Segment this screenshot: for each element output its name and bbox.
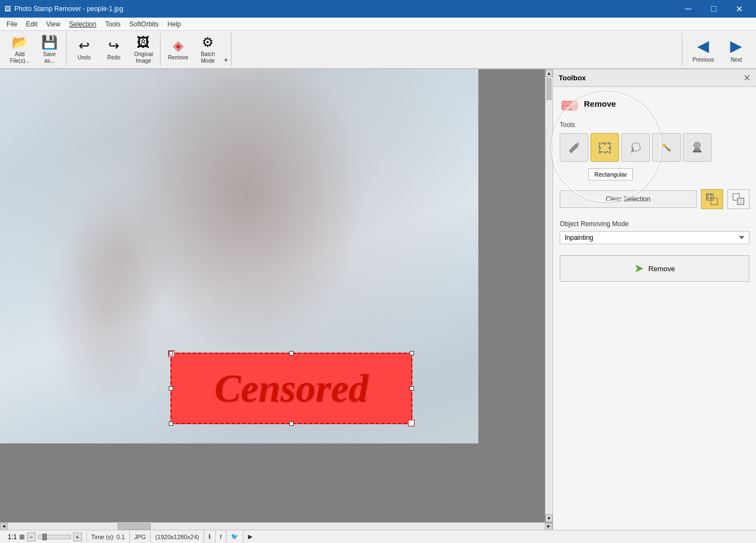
- nav-buttons: ◀ Previous ▶ Next: [682, 33, 753, 66]
- batch-mode-label: BatchMode: [201, 51, 215, 64]
- next-label: Next: [731, 57, 742, 63]
- selection-subtract-button[interactable]: [727, 189, 749, 209]
- svg-rect-1: [572, 101, 577, 110]
- save-as-button[interactable]: 💾 Saveas...: [35, 34, 64, 65]
- format-status: JPG: [130, 530, 151, 543]
- batch-mode-button[interactable]: ⚙ BatchMode: [194, 34, 222, 65]
- svg-rect-16: [707, 194, 709, 196]
- handle-tr[interactable]: [410, 351, 414, 355]
- object-removing-mode-select[interactable]: Inpainting Smart Fill Texture Synthesis: [560, 231, 749, 244]
- share-facebook-button[interactable]: f: [216, 530, 227, 543]
- magic-wand-tool-button[interactable]: [652, 133, 681, 162]
- zoom-slider-thumb[interactable]: [42, 534, 47, 540]
- toolbox-title-row: Toolbox: [559, 74, 586, 82]
- handle-bm[interactable]: [289, 421, 294, 426]
- scroll-down-button[interactable]: ▼: [545, 514, 553, 522]
- menu-help[interactable]: Help: [163, 19, 186, 29]
- hscroll-thumb[interactable]: [118, 523, 151, 530]
- share-youtube-button[interactable]: ▶: [244, 530, 257, 543]
- tools-section-label: Tools: [560, 121, 749, 129]
- next-button[interactable]: ▶ Next: [720, 34, 753, 65]
- zoom-controls: 1:1 ⊞ − +: [3, 533, 87, 541]
- minimize-button[interactable]: ─: [676, 0, 701, 18]
- redo-button[interactable]: ↪ Redo: [100, 34, 128, 65]
- tool-tooltip: Rectangular: [588, 168, 633, 180]
- redo-icon: ↪: [108, 38, 119, 53]
- hscroll-right-button[interactable]: ►: [545, 523, 553, 530]
- remove-arrow-icon: ➤: [634, 261, 644, 276]
- stamp-tool-button[interactable]: [683, 133, 711, 162]
- share-twitter-button[interactable]: 🐦: [227, 530, 244, 543]
- handle-tl[interactable]: [169, 351, 173, 355]
- clear-selection-button[interactable]: Clear Selection: [560, 190, 697, 208]
- undo-button[interactable]: ↩ Undo: [70, 34, 98, 65]
- svg-rect-7: [609, 147, 611, 149]
- main-content: Censored ▲: [0, 69, 756, 530]
- menu-softorbits[interactable]: SoftOrbits: [125, 19, 163, 29]
- handle-mr[interactable]: [410, 386, 414, 391]
- remove-action-label: Remove: [648, 265, 675, 273]
- title-bar-controls: ─ □ ✕: [676, 0, 752, 18]
- save-as-icon: 💾: [41, 35, 58, 50]
- menu-tools[interactable]: Tools: [101, 19, 125, 29]
- close-button[interactable]: ✕: [726, 0, 752, 18]
- original-image-button[interactable]: 🖼 OriginalImage: [129, 34, 158, 65]
- object-removing-mode-section: Object Removing Mode Inpainting Smart Fi…: [560, 220, 749, 244]
- zoom-minus-button[interactable]: −: [27, 533, 36, 541]
- image-photo: Censored: [0, 69, 478, 443]
- scroll-track[interactable]: [545, 77, 553, 514]
- menu-edit[interactable]: Edit: [21, 19, 42, 29]
- title-bar: 🖼 Photo Stamp Remover - people-1.jpg ─ □…: [0, 0, 756, 18]
- toolbar-remove-group: ◈ Remove ⚙ BatchMode ▼: [162, 33, 231, 66]
- maximize-button[interactable]: □: [701, 0, 726, 18]
- object-removing-mode-label: Object Removing Mode: [560, 220, 749, 228]
- horizontal-scrollbar[interactable]: ◄ ►: [0, 522, 553, 530]
- hscroll-left-button[interactable]: ◄: [0, 523, 8, 530]
- toolbar: 📂 AddFile(s)... 💾 Saveas... ↩ Undo ↪ Red…: [0, 31, 756, 69]
- toolbar-file-group: 📂 AddFile(s)... 💾 Saveas...: [3, 33, 67, 66]
- toolbox-body: Remove Tools: [553, 87, 756, 530]
- redo-label: Redo: [107, 54, 120, 61]
- handle-tm[interactable]: [289, 351, 294, 355]
- selection-box[interactable]: [170, 353, 412, 424]
- eraser-icon: [560, 94, 580, 113]
- next-icon: ▶: [730, 37, 742, 55]
- handle-bl[interactable]: [169, 421, 173, 426]
- remove-action-button[interactable]: ➤ Remove: [560, 255, 749, 282]
- svg-point-12: [694, 142, 700, 149]
- previous-button[interactable]: ◀ Previous: [687, 34, 720, 65]
- zoom-value: 1:1: [8, 533, 17, 541]
- lasso-tool-button[interactable]: [621, 133, 650, 162]
- rectangular-selection-icon: [597, 140, 612, 155]
- rectangular-tool-button[interactable]: [591, 133, 619, 162]
- svg-rect-14: [693, 151, 702, 152]
- remove-toolbar-button[interactable]: ◈ Remove: [164, 34, 192, 65]
- scroll-up-button[interactable]: ▲: [545, 69, 553, 77]
- selection-add-button[interactable]: [701, 189, 723, 209]
- remove-toolbar-icon: ◈: [173, 38, 183, 53]
- selection-add-icon: [705, 193, 719, 206]
- svg-rect-9: [604, 151, 606, 153]
- vertical-scrollbar[interactable]: ▲ ▼: [545, 69, 553, 522]
- hscroll-track[interactable]: [8, 523, 545, 530]
- info-button[interactable]: ℹ: [204, 530, 216, 543]
- menu-selection[interactable]: Selection: [65, 19, 101, 29]
- image-container[interactable]: Censored: [0, 69, 537, 522]
- original-image-label: OriginalImage: [134, 51, 153, 64]
- handle-ml[interactable]: [169, 386, 173, 391]
- menu-file[interactable]: File: [2, 19, 21, 29]
- scroll-thumb[interactable]: [547, 78, 551, 100]
- zoom-slider[interactable]: [38, 535, 71, 539]
- toolbox-title-label: Toolbox: [559, 74, 586, 82]
- undo-icon: ↩: [79, 38, 90, 53]
- pencil-tool-button[interactable]: [560, 133, 588, 162]
- add-files-button[interactable]: 📂 AddFile(s)...: [5, 34, 34, 65]
- original-image-icon: 🖼: [137, 35, 150, 50]
- handle-br[interactable]: [410, 421, 414, 426]
- previous-icon: ◀: [697, 37, 709, 55]
- app-title: Photo Stamp Remover - people-1.jpg: [14, 5, 123, 13]
- remove-toolbar-label: Remove: [168, 54, 188, 61]
- menu-view[interactable]: View: [42, 19, 65, 29]
- toolbox-close-button[interactable]: ✕: [743, 73, 751, 83]
- zoom-plus-button[interactable]: +: [73, 533, 82, 541]
